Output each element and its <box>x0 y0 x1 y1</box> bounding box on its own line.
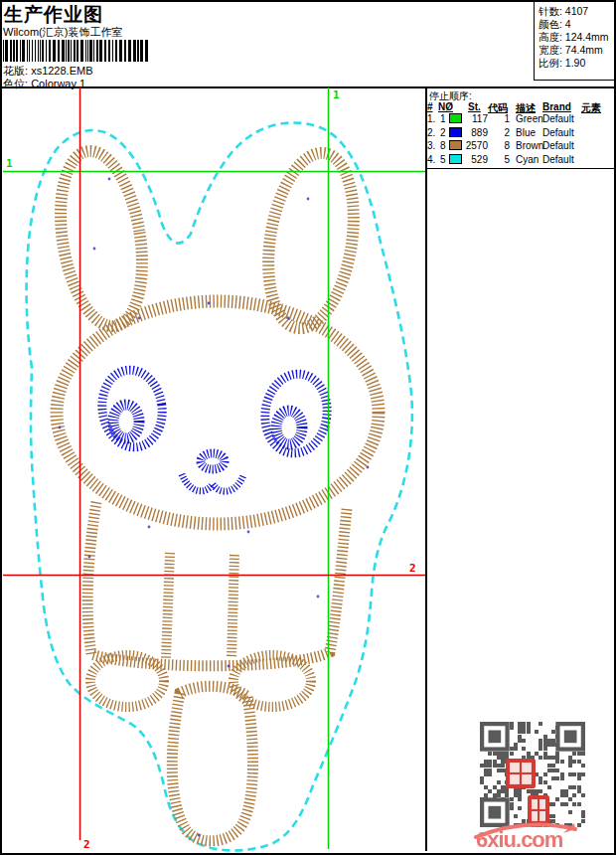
needle-number: 1 <box>440 113 446 124</box>
needle-number: 8 <box>440 140 446 151</box>
color-count-value: 4 <box>565 18 571 30</box>
thread-code: 5 <box>492 154 510 165</box>
rabbit-brown-stitching <box>50 145 379 841</box>
start-marker-left: 1 <box>6 157 13 170</box>
stop-sequence-table: 停止顺序: # NØ St. 代码 描述 Brand 元素 1.11171Gre… <box>426 87 616 169</box>
stitch-count: 529 <box>456 154 488 165</box>
thread-brand: Default <box>542 113 574 124</box>
watermark-logo: 6xiu.com <box>474 819 583 853</box>
rabbit-blue-stitching <box>97 366 332 491</box>
needle-number: 5 <box>440 154 446 165</box>
thread-code: 2 <box>492 127 510 138</box>
end-marker-bottom: 2 <box>83 838 90 851</box>
thread-brand: Default <box>542 127 574 138</box>
thread-brand: Default <box>542 154 574 165</box>
start-crosshair <box>3 87 425 849</box>
design-file-value: xs1228.EMB <box>31 65 92 77</box>
watermark-text: 6xiu.com <box>476 827 562 853</box>
height-value: 124.4mm <box>565 31 609 43</box>
col-number: # <box>427 101 433 112</box>
table-row: 1.11171GreenDefault <box>426 113 616 127</box>
width-value: 74.4mm <box>565 44 603 56</box>
stitch-count: 117 <box>456 113 488 124</box>
start-marker-top: 1 <box>333 88 340 101</box>
design-info-box: 针数: 4107 颜色: 4 高度: 124.4mm 宽度: 74.4mm 比例… <box>534 0 616 81</box>
studio-name: Wilcom(汇京)装饰工作室 <box>3 25 122 40</box>
stop-sequence-header: # NØ St. 代码 描述 Brand 元素 <box>426 101 616 112</box>
col-stitches: St. <box>468 101 481 112</box>
stop-rows: 1.11171GreenDefault2.28892BlueDefault3.8… <box>426 113 616 167</box>
row-number: 3. <box>427 140 435 151</box>
stitch-count: 2570 <box>456 140 488 151</box>
scale-row: 比例: 1.90 <box>539 57 585 71</box>
color-description: Brown <box>516 140 543 151</box>
design-file-label: 花版: <box>3 65 28 77</box>
col-brand: Brand <box>542 101 571 112</box>
production-worksheet: 生产作业图 Wilcom(汇京)装饰工作室 花版: xs1228.EMB 色位:… <box>0 0 616 855</box>
stitch-dots <box>59 178 370 837</box>
col-needle: NØ <box>438 101 453 112</box>
scale-value: 1.90 <box>565 57 585 69</box>
needle-number: 2 <box>440 127 446 138</box>
width-row: 宽度: 74.4mm <box>539 44 603 58</box>
row-number: 1. <box>427 113 435 124</box>
table-row: 2.28892BlueDefault <box>426 127 616 141</box>
applique-outline-cyan <box>27 122 412 850</box>
stitch-count-row: 针数: 4107 <box>539 5 588 19</box>
color-description: Green <box>516 113 543 124</box>
red-seal-center <box>506 759 536 788</box>
stitch-count-value: 4107 <box>565 5 588 17</box>
stitch-count: 889 <box>456 127 488 138</box>
height-row: 高度: 124.4mm <box>539 31 609 45</box>
end-crosshair <box>3 87 425 840</box>
thread-code: 8 <box>492 140 510 151</box>
panel-divider <box>425 87 427 851</box>
colorway-line: 色位: Colorway 1 <box>3 77 85 91</box>
end-marker-right: 2 <box>409 562 416 575</box>
color-description: Blue <box>516 127 536 138</box>
color-count-row: 颜色: 4 <box>539 18 571 32</box>
color-description: Cyan <box>516 154 539 165</box>
table-row: 3.825708BrownDefault <box>426 140 616 154</box>
qr-code <box>480 722 585 827</box>
barcode <box>3 40 150 62</box>
row-number: 4. <box>427 154 435 165</box>
thread-code: 1 <box>492 113 510 124</box>
table-row: 4.55295CyanDefault <box>426 154 616 168</box>
thread-brand: Default <box>542 140 574 151</box>
row-number: 2. <box>427 127 435 138</box>
